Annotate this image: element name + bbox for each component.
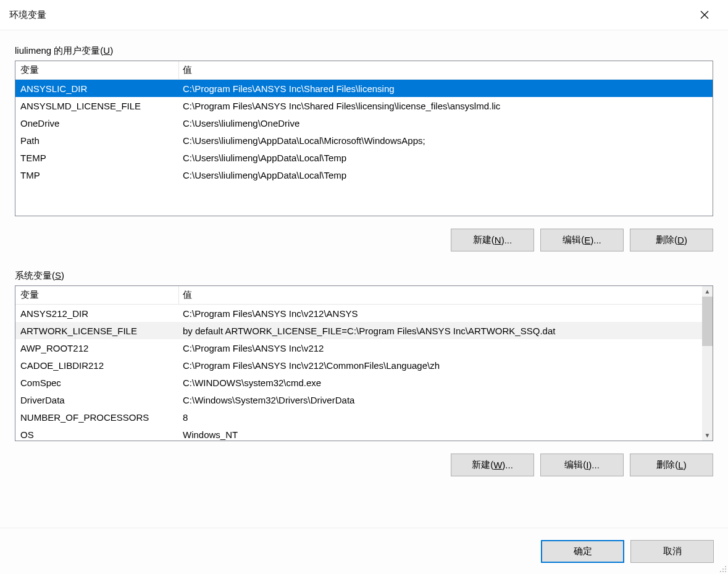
variable-value: C:\WINDOWS\system32\cmd.exe	[179, 378, 702, 388]
variable-value: C:\Users\liulimeng\AppData\Local\Temp	[179, 153, 713, 163]
table-row[interactable]: TEMPC:\Users\liulimeng\AppData\Local\Tem…	[15, 149, 713, 166]
user-button-row: 新建(N)... 编辑(E)... 删除(D)	[15, 229, 713, 251]
variable-value: C:\Program Files\ANSYS Inc\Shared Files\…	[179, 83, 713, 94]
list-header: 变量 值	[15, 286, 702, 305]
scroll-up-icon[interactable]: ▲	[702, 286, 713, 297]
resize-grip-icon[interactable]	[718, 564, 727, 573]
table-row[interactable]: DriverDataC:\Windows\System32\Drivers\Dr…	[15, 391, 702, 408]
user-edit-button[interactable]: 编辑(E)...	[540, 229, 624, 251]
variable-value: C:\Users\liulimeng\OneDrive	[179, 118, 713, 129]
variable-name: ANSYSLMD_LICENSE_FILE	[15, 101, 179, 111]
variable-value: by default ARTWORK_LICENSE_FILE=C:\Progr…	[179, 326, 702, 336]
variable-name: ARTWORK_LICENSE_FILE	[15, 326, 179, 336]
title-bar: 环境变量	[0, 0, 728, 30]
column-header-value[interactable]: 值	[179, 61, 713, 79]
dialog-title: 环境变量	[9, 9, 690, 21]
variable-name: TEMP	[15, 153, 179, 163]
table-row[interactable]: ANSYS212_DIRC:\Program Files\ANSYS Inc\v…	[15, 305, 702, 322]
variable-value: C:\Program Files\ANSYS Inc\v212\CommonFi…	[179, 360, 702, 371]
table-row[interactable]: ARTWORK_LICENSE_FILEby default ARTWORK_L…	[15, 322, 702, 339]
system-delete-button[interactable]: 删除(L)	[630, 454, 713, 476]
svg-point-4	[725, 568, 726, 570]
variable-name: CADOE_LIBDIR212	[15, 360, 179, 371]
variable-value: C:\Program Files\ANSYS Inc\Shared Files\…	[179, 101, 713, 111]
column-header-variable[interactable]: 变量	[15, 61, 179, 79]
user-variables-label: liulimeng 的用户变量(U)	[15, 45, 713, 57]
user-variables-list[interactable]: 变量 值 ANSYSLIC_DIRC:\Program Files\ANSYS …	[15, 61, 713, 216]
user-delete-button[interactable]: 删除(D)	[630, 229, 713, 251]
variable-value: C:\Program Files\ANSYS Inc\v212	[179, 343, 702, 353]
column-header-variable[interactable]: 变量	[15, 286, 179, 304]
table-row[interactable]: CADOE_LIBDIR212C:\Program Files\ANSYS In…	[15, 357, 702, 374]
ok-button[interactable]: 确定	[541, 540, 624, 563]
system-variables-label: 系统变量(S)	[15, 270, 713, 282]
table-row[interactable]: OSWindows_NT	[15, 426, 702, 441]
variable-name: Path	[15, 135, 179, 146]
variable-name: AWP_ROOT212	[15, 343, 179, 353]
system-new-button[interactable]: 新建(W)...	[451, 454, 534, 476]
system-variables-list[interactable]: 变量 值 ANSYS212_DIRC:\Program Files\ANSYS …	[15, 285, 713, 441]
table-row[interactable]: ComSpecC:\WINDOWS\system32\cmd.exe	[15, 374, 702, 391]
svg-point-6	[722, 571, 724, 572]
svg-point-2	[725, 566, 726, 567]
table-row[interactable]: PathC:\Users\liulimeng\AppData\Local\Mic…	[15, 132, 713, 149]
table-row[interactable]: TMPC:\Users\liulimeng\AppData\Local\Temp	[15, 166, 713, 184]
user-new-button[interactable]: 新建(N)...	[451, 229, 534, 251]
table-row[interactable]: AWP_ROOT212C:\Program Files\ANSYS Inc\v2…	[15, 339, 702, 357]
dialog-footer: 确定 取消	[0, 528, 728, 574]
scrollbar[interactable]: ▲ ▼	[702, 286, 713, 441]
table-row[interactable]: ANSYSLIC_DIRC:\Program Files\ANSYS Inc\S…	[15, 80, 713, 97]
user-rows: ANSYSLIC_DIRC:\Program Files\ANSYS Inc\S…	[15, 80, 713, 184]
column-header-value[interactable]: 值	[179, 286, 702, 304]
scroll-thumb[interactable]	[702, 297, 713, 346]
table-row[interactable]: ANSYSLMD_LICENSE_FILEC:\Program Files\AN…	[15, 97, 713, 114]
dialog-content: liulimeng 的用户变量(U) 变量 值 ANSYSLIC_DIRC:\P…	[0, 30, 728, 528]
scroll-down-icon[interactable]: ▼	[702, 430, 713, 441]
variable-name: NUMBER_OF_PROCESSORS	[15, 412, 179, 423]
table-row[interactable]: OneDriveC:\Users\liulimeng\OneDrive	[15, 114, 713, 132]
cancel-button[interactable]: 取消	[630, 540, 714, 563]
svg-point-5	[720, 571, 721, 572]
variable-name: ANSYS212_DIR	[15, 308, 179, 319]
list-header: 变量 值	[15, 61, 713, 80]
system-button-row: 新建(W)... 编辑(I)... 删除(L)	[15, 454, 713, 476]
svg-point-3	[722, 568, 724, 570]
variable-name: OneDrive	[15, 118, 179, 129]
svg-point-7	[725, 571, 726, 572]
variable-name: TMP	[15, 170, 179, 180]
system-edit-button[interactable]: 编辑(I)...	[540, 454, 624, 476]
variable-value: C:\Windows\System32\Drivers\DriverData	[179, 395, 702, 405]
variable-value: C:\Users\liulimeng\AppData\Local\Temp	[179, 170, 713, 180]
close-icon[interactable]	[690, 5, 719, 25]
variable-name: ComSpec	[15, 378, 179, 388]
variable-value: C:\Users\liulimeng\AppData\Local\Microso…	[179, 135, 713, 146]
variable-name: OS	[15, 429, 179, 440]
variable-value: Windows_NT	[179, 429, 702, 440]
variable-value: C:\Program Files\ANSYS Inc\v212\ANSYS	[179, 308, 702, 319]
variable-value: 8	[179, 412, 702, 423]
system-rows: ANSYS212_DIRC:\Program Files\ANSYS Inc\v…	[15, 305, 702, 441]
variable-name: DriverData	[15, 395, 179, 405]
table-row[interactable]: NUMBER_OF_PROCESSORS8	[15, 408, 702, 426]
scroll-track[interactable]	[702, 297, 713, 430]
variable-name: ANSYSLIC_DIR	[15, 83, 179, 94]
